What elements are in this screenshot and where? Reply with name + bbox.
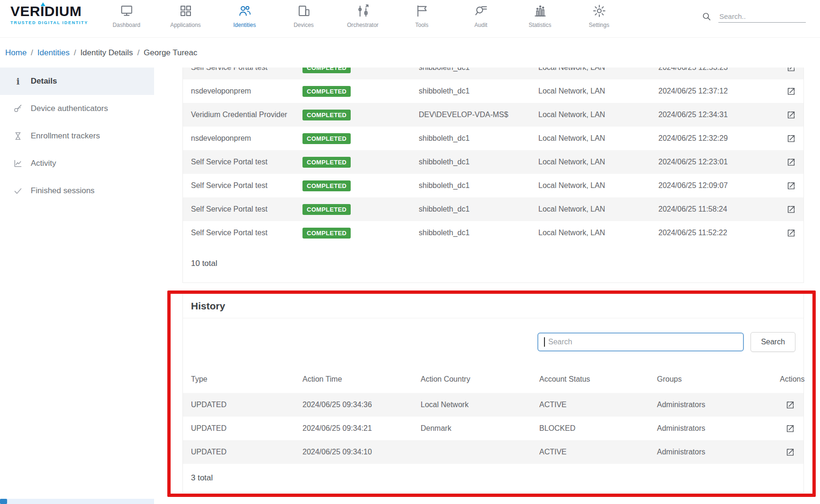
breadcrumb-home[interactable]: Home xyxy=(5,48,26,58)
nav-item-audit[interactable]: Audit xyxy=(451,0,510,38)
open-history-icon[interactable] xyxy=(785,423,795,434)
horizontal-scrollbar[interactable] xyxy=(0,499,154,504)
status-badge: COMPLETED xyxy=(302,204,351,215)
session-row: Self Service Portal test COMPLETED shibb… xyxy=(183,197,803,221)
tools-icon xyxy=(415,4,429,18)
nav-item-tools[interactable]: Tools xyxy=(392,0,451,38)
session-time: 2024/06/25 12:53:23 xyxy=(658,68,786,72)
status-badge: COMPLETED xyxy=(302,180,351,191)
settings-gear-icon xyxy=(592,4,606,18)
session-network: Local Network, LAN xyxy=(538,205,658,214)
status-badge: COMPLETED xyxy=(302,228,351,239)
sidebar-item-enrollment-trackers[interactable]: Enrollment trackers xyxy=(0,122,154,150)
statistics-icon xyxy=(533,4,547,18)
session-time: 2024/06/25 12:32:29 xyxy=(658,134,786,143)
open-history-icon[interactable] xyxy=(785,447,795,457)
session-server: shibboleth_dc1 xyxy=(419,205,538,214)
history-country: Denmark xyxy=(421,424,539,433)
session-row: nsdeveloponprem COMPLETED shibboleth_dc1… xyxy=(183,79,803,103)
history-row: UPDATED 2024/06/25 09:34:10 ACTIVE Admin… xyxy=(183,440,803,464)
veridium-logo[interactable]: VERIDIUM TRUSTED DIGITAL IDENTITY xyxy=(0,0,97,25)
breadcrumb-identity-details: Identity Details xyxy=(80,48,133,58)
nav-item-devices[interactable]: Devices xyxy=(274,0,333,38)
nav-item-statistics[interactable]: Statistics xyxy=(510,0,570,38)
sidebar-item-finished-sessions[interactable]: Finished sessions xyxy=(0,177,154,205)
history-row: UPDATED 2024/06/25 09:34:21 Denmark BLOC… xyxy=(183,417,803,440)
history-row: UPDATED 2024/06/25 09:34:36 Local Networ… xyxy=(183,393,803,417)
session-row: Self Service Portal test COMPLETED shibb… xyxy=(183,68,803,79)
activity-chart-icon xyxy=(13,159,23,168)
session-app: Self Service Portal test xyxy=(191,181,302,190)
breadcrumb: Home / Identities / Identity Details / G… xyxy=(0,38,820,68)
breadcrumb-identities[interactable]: Identities xyxy=(37,48,69,58)
session-server: shibboleth_dc1 xyxy=(419,229,538,237)
sidebar-item-activity[interactable]: Activity xyxy=(0,150,154,177)
session-row: Self Service Portal test COMPLETED shibb… xyxy=(183,174,803,197)
column-account-status: Account Status xyxy=(539,375,657,384)
history-search-input[interactable] xyxy=(537,333,744,351)
history-type: UPDATED xyxy=(191,401,302,409)
nav-item-orchestrator[interactable]: Orchestrator xyxy=(333,0,392,38)
open-session-icon[interactable] xyxy=(786,228,796,238)
history-groups: Administrators xyxy=(657,424,780,433)
history-time: 2024/06/25 09:34:36 xyxy=(302,401,421,409)
session-time: 2024/06/25 12:09:07 xyxy=(658,181,786,190)
session-row: Self Service Portal test COMPLETED shibb… xyxy=(183,150,803,174)
nav-item-identities[interactable]: Identities xyxy=(215,0,274,38)
session-network: Local Network, LAN xyxy=(538,134,658,143)
session-app: Self Service Portal test xyxy=(191,229,302,237)
open-session-icon[interactable] xyxy=(786,204,796,214)
open-session-icon[interactable] xyxy=(786,86,796,96)
history-status: BLOCKED xyxy=(539,424,657,433)
search-icon xyxy=(701,11,712,22)
session-network: Local Network, LAN xyxy=(538,229,658,237)
history-time: 2024/06/25 09:34:21 xyxy=(302,424,421,433)
session-app: Self Service Portal test xyxy=(191,158,302,166)
session-time: 2024/06/25 12:34:31 xyxy=(658,111,786,119)
session-network: Local Network, LAN xyxy=(538,111,658,119)
text-cursor xyxy=(544,337,545,347)
nav-item-dashboard[interactable]: Dashboard xyxy=(97,0,156,38)
session-row: Veridium Credential Provider COMPLETED D… xyxy=(183,103,803,127)
global-search-input[interactable] xyxy=(718,10,806,23)
session-time: 2024/06/25 11:52:22 xyxy=(658,229,786,237)
nav-item-settings[interactable]: Settings xyxy=(570,0,629,38)
history-title: History xyxy=(191,300,225,312)
history-table-header: Type Action Time Action Country Account … xyxy=(183,366,803,393)
column-action-country: Action Country xyxy=(421,375,539,384)
history-time: 2024/06/25 09:34:10 xyxy=(302,448,421,456)
session-app: Self Service Portal test xyxy=(191,68,302,72)
open-session-icon[interactable] xyxy=(786,110,796,120)
status-badge: COMPLETED xyxy=(302,68,351,73)
sidebar-item-details[interactable]: i Details xyxy=(0,68,154,95)
session-server: shibboleth_dc1 xyxy=(419,68,538,72)
open-session-icon[interactable] xyxy=(786,180,796,191)
applications-icon xyxy=(179,4,193,18)
key-icon xyxy=(13,104,23,113)
status-badge: COMPLETED xyxy=(302,86,351,97)
history-groups: Administrators xyxy=(657,448,780,456)
open-session-icon[interactable] xyxy=(786,68,796,73)
session-server: shibboleth_dc1 xyxy=(419,158,538,166)
main-content: Self Service Portal test COMPLETED shibb… xyxy=(154,68,820,504)
logo-accent-mark: I xyxy=(40,4,44,18)
open-session-icon[interactable] xyxy=(786,157,796,167)
history-country: Local Network xyxy=(421,401,539,409)
history-search-button[interactable]: Search xyxy=(751,332,795,352)
main-nav: Dashboard Applications Identities Device… xyxy=(97,0,629,38)
sidebar: i Details Device authenticators Enrollme… xyxy=(0,68,154,504)
history-status: ACTIVE xyxy=(539,401,657,409)
global-search xyxy=(701,0,820,23)
session-time: 2024/06/25 12:37:12 xyxy=(658,87,786,95)
open-history-icon[interactable] xyxy=(785,400,795,410)
session-row: nsdeveloponprem COMPLETED shibboleth_dc1… xyxy=(183,127,803,150)
history-type: UPDATED xyxy=(191,448,302,456)
nav-item-applications[interactable]: Applications xyxy=(156,0,215,38)
session-time: 2024/06/25 11:58:24 xyxy=(658,205,786,214)
orchestrator-icon xyxy=(356,4,370,18)
scrollbar-thumb[interactable] xyxy=(0,499,7,504)
sidebar-item-device-authenticators[interactable]: Device authenticators xyxy=(0,95,154,122)
open-session-icon[interactable] xyxy=(786,133,796,144)
session-app: Veridium Credential Provider xyxy=(191,111,302,119)
session-server: shibboleth_dc1 xyxy=(419,87,538,95)
